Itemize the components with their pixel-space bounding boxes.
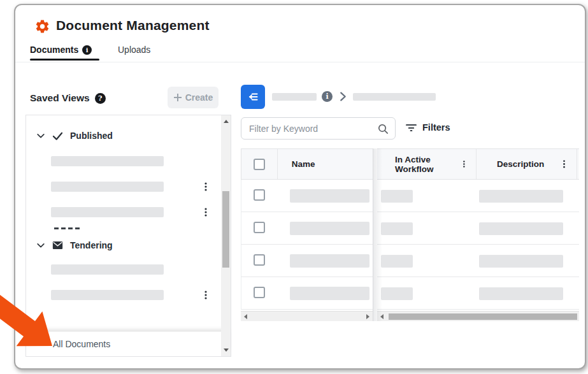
- all-documents-row[interactable]: All Documents: [26, 331, 231, 356]
- kebab-menu-icon[interactable]: [201, 290, 211, 300]
- tab-documents[interactable]: Documents i: [30, 45, 92, 55]
- skeleton-cell: [290, 287, 369, 300]
- select-all-checkbox[interactable]: [254, 159, 265, 170]
- row-checkbox[interactable]: [254, 254, 265, 266]
- column-label-workflow: In Active Workflow: [395, 155, 460, 174]
- active-tab-underline: [30, 59, 99, 61]
- all-documents-link[interactable]: All Documents: [53, 339, 110, 349]
- hscrollbar-thumb[interactable]: [389, 313, 577, 320]
- skeleton-cell: [290, 189, 369, 203]
- table-row[interactable]: [377, 277, 579, 310]
- table-row[interactable]: [241, 277, 373, 310]
- row-checkbox[interactable]: [254, 222, 265, 233]
- info-icon[interactable]: i: [322, 91, 333, 102]
- skeleton-cell: [479, 287, 563, 300]
- filters-label: Filters: [422, 122, 450, 133]
- header-select-all-cell: [241, 149, 278, 179]
- skeleton-cell: [479, 222, 563, 235]
- table-row[interactable]: [241, 245, 373, 277]
- tab-bar: Documents i Uploads: [15, 43, 585, 62]
- skeleton-bar: [51, 182, 164, 192]
- scroll-pane-hscrollbar[interactable]: [377, 311, 579, 321]
- skeleton-bar: [51, 290, 164, 300]
- scrollbar-thumb[interactable]: [222, 191, 229, 268]
- chevron-right-icon: [338, 91, 348, 102]
- skeleton-cell: [479, 190, 563, 203]
- saved-views-panel: Published Tendering All Documents: [25, 115, 231, 357]
- tab-uploads[interactable]: Uploads: [118, 45, 150, 55]
- breadcrumb-skeleton: [353, 93, 436, 101]
- skeleton-cell: [381, 222, 413, 235]
- skeleton-cell: [381, 255, 413, 268]
- table-row[interactable]: [241, 180, 373, 212]
- header-description-cell[interactable]: Description: [477, 149, 577, 179]
- row-checkbox[interactable]: [254, 189, 265, 201]
- search-icon[interactable]: [377, 123, 389, 135]
- kebab-menu-icon[interactable]: [559, 159, 569, 169]
- table-row[interactable]: [377, 180, 579, 212]
- tree-group-published[interactable]: Published: [36, 131, 113, 141]
- tree-group-tendering-label: Tendering: [70, 240, 113, 250]
- document-management-window: Document Management Documents i Uploads …: [14, 4, 586, 370]
- plus-icon: [173, 93, 182, 102]
- skeleton-cell: [290, 222, 369, 235]
- column-label-description: Description: [497, 159, 544, 169]
- saved-views-label: Saved Views: [30, 92, 90, 104]
- info-icon[interactable]: i: [82, 45, 92, 55]
- skeleton-cell: [479, 255, 563, 268]
- collapse-panel-button[interactable]: [241, 85, 265, 109]
- kebab-menu-icon[interactable]: [201, 182, 211, 192]
- frozen-pane-hscrollbar[interactable]: [241, 311, 373, 321]
- filters-button[interactable]: Filters: [406, 122, 450, 133]
- chevron-down-icon[interactable]: [36, 131, 45, 140]
- table-row[interactable]: [241, 212, 373, 245]
- sidebar-scrollbar[interactable]: [221, 115, 231, 356]
- column-label-name: Name: [292, 159, 315, 169]
- breadcrumb-skeleton: [272, 93, 317, 101]
- tab-documents-label: Documents: [30, 45, 78, 55]
- keyword-filter-input[interactable]: [241, 117, 396, 140]
- scroll-right-arrow[interactable]: [366, 314, 369, 319]
- skeleton-bar: [51, 207, 164, 217]
- header-workflow-cell[interactable]: In Active Workflow: [377, 149, 477, 179]
- kebab-menu-icon[interactable]: [201, 207, 211, 217]
- header-name-cell[interactable]: Name: [278, 149, 373, 179]
- page-title: Document Management: [56, 18, 210, 33]
- collapse-left-icon: [247, 90, 259, 103]
- row-checkbox[interactable]: [254, 287, 265, 298]
- saved-views-heading: Saved Views ?: [30, 92, 106, 104]
- skeleton-cell: [381, 190, 413, 203]
- skeleton-bar: [51, 156, 164, 166]
- help-icon[interactable]: ?: [95, 93, 106, 104]
- skeleton-cell: [290, 254, 369, 268]
- table-row[interactable]: [377, 245, 579, 277]
- check-icon: [52, 131, 63, 141]
- filter-icon: [406, 122, 417, 133]
- kebab-menu-icon[interactable]: [460, 159, 468, 169]
- frozen-column-shadow: [373, 148, 382, 321]
- tree-group-tendering[interactable]: Tendering: [36, 240, 113, 250]
- create-view-button[interactable]: Create: [168, 87, 219, 108]
- clipped-text-remnant: [54, 227, 80, 229]
- envelope-icon: [52, 241, 63, 250]
- tab-uploads-label: Uploads: [118, 45, 150, 55]
- table-row[interactable]: [377, 212, 579, 245]
- skeleton-bar: [51, 264, 164, 275]
- scroll-up-arrow[interactable]: [224, 120, 229, 123]
- create-view-label: Create: [185, 92, 213, 103]
- gear-icon: [34, 18, 50, 34]
- skeleton-cell: [381, 287, 413, 300]
- chevron-down-icon[interactable]: [36, 241, 45, 250]
- frozen-column-divider: [373, 148, 373, 321]
- scroll-left-arrow[interactable]: [244, 314, 247, 319]
- tree-group-published-label: Published: [70, 131, 113, 141]
- scroll-down-arrow[interactable]: [224, 349, 229, 352]
